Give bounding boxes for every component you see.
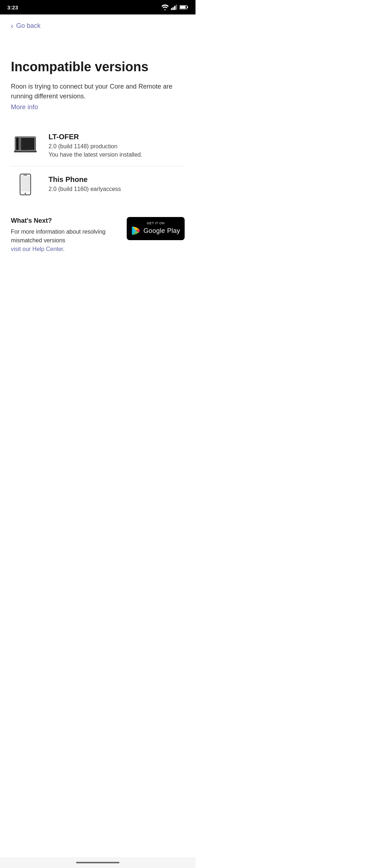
status-bar: 3:23 [0, 0, 196, 14]
go-back-label[interactable]: Go back [16, 22, 41, 30]
google-play-text: Google Play [143, 227, 180, 235]
svg-rect-15 [24, 175, 28, 175]
device-info-laptop: LT-OFER 2.0 (build 1148) production You … [49, 133, 185, 159]
help-center-link[interactable]: visit our Help Center [11, 246, 63, 252]
device-list: LT-OFER 2.0 (build 1148) production You … [11, 125, 185, 203]
header[interactable]: ‹ Go back [0, 14, 196, 37]
more-info-link[interactable]: More info [11, 103, 38, 111]
svg-rect-2 [174, 6, 176, 10]
status-icons [161, 4, 188, 10]
page-title: Incompatible versions [11, 59, 185, 75]
badge-top-text: GET IT ON [147, 221, 164, 225]
device-item-laptop: LT-OFER 2.0 (build 1148) production You … [11, 125, 185, 166]
whats-next-desc: For more information about resolving mis… [11, 227, 119, 254]
google-play-badge[interactable]: GET IT ON [127, 217, 185, 240]
svg-rect-3 [176, 5, 177, 10]
svg-rect-0 [171, 8, 172, 10]
svg-rect-5 [187, 6, 188, 8]
svg-rect-1 [173, 7, 174, 10]
device-info-phone: This Phone 2.0 (build 1160) earlyaccess [49, 175, 185, 193]
device-version-laptop: 2.0 (build 1148) production You have the… [49, 142, 185, 159]
wifi-icon [161, 4, 169, 10]
phone-icon [11, 174, 40, 195]
whats-next-title: What's Next? [11, 217, 119, 225]
device-item-phone: This Phone 2.0 (build 1160) earlyaccess [11, 166, 185, 203]
device-name-phone: This Phone [49, 175, 185, 184]
device-name-laptop: LT-OFER [49, 133, 185, 141]
svg-rect-17 [21, 176, 30, 192]
whats-next-text: What's Next? For more information about … [11, 217, 119, 254]
play-store-icon [131, 226, 141, 236]
battery-icon [180, 5, 188, 10]
svg-point-16 [25, 193, 26, 194]
svg-rect-6 [180, 6, 185, 9]
svg-rect-10 [16, 138, 18, 150]
description-text: Roon is trying to connect but your Core … [11, 82, 185, 101]
status-time: 3:23 [7, 4, 18, 10]
device-version-phone: 2.0 (build 1160) earlyaccess [49, 185, 185, 193]
svg-rect-12 [22, 150, 29, 152]
signal-icon [171, 4, 177, 10]
laptop-icon [11, 135, 40, 157]
badge-bottom-row: Google Play [131, 226, 180, 236]
main-content: Incompatible versions Roon is trying to … [0, 37, 196, 268]
back-arrow-icon[interactable]: ‹ [11, 22, 13, 30]
whats-next-section: What's Next? For more information about … [11, 217, 185, 254]
